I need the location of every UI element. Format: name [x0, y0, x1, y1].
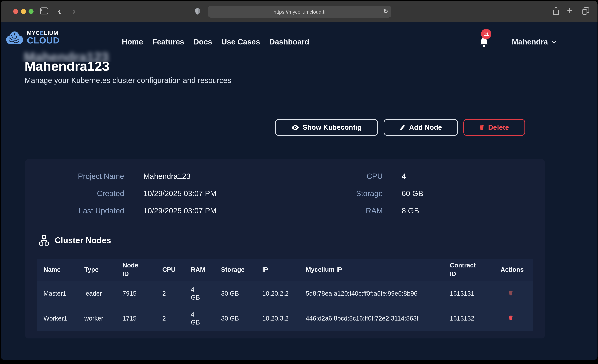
- refresh-icon[interactable]: ↻: [383, 8, 388, 15]
- nav-link-home[interactable]: Home: [122, 38, 143, 46]
- nav-link-dashboard[interactable]: Dashboard: [269, 38, 309, 46]
- col-ip: IP: [262, 259, 306, 281]
- forward-icon[interactable]: ›: [72, 5, 76, 17]
- nav-link-use-cases[interactable]: Use Cases: [221, 38, 260, 46]
- table-header-row: Name Type Node ID CPU RAM Storage IP Myc…: [37, 259, 533, 281]
- delete-cluster-button[interactable]: Delete: [463, 119, 525, 136]
- address-bar[interactable]: https://myceliumcloud.tf ↻: [208, 6, 391, 17]
- cell-node-id: 1715: [123, 306, 162, 331]
- cell-type: leader: [84, 281, 123, 306]
- share-icon[interactable]: [553, 7, 559, 15]
- cell-name: Master1: [37, 281, 84, 306]
- cell-ram: 4 GB: [191, 281, 221, 306]
- show-kubeconfig-button[interactable]: Show Kubeconfig: [275, 119, 378, 136]
- cluster-nodes-header: Cluster Nodes: [39, 235, 111, 246]
- page-subtitle: Manage your Kubernetes cluster configura…: [25, 76, 231, 85]
- detail-value: Mahendra123: [143, 171, 216, 181]
- col-type: Type: [84, 259, 123, 281]
- cell-mycelium-ip: 5d8:78ea:a120:f40c:ff0f:a5fe:99e6:8b96: [306, 281, 450, 306]
- back-icon[interactable]: ‹: [58, 5, 61, 17]
- logo[interactable]: MYCELIUM CLOUD: [5, 30, 60, 45]
- cell-name: Worker1: [37, 306, 84, 331]
- cluster-nodes-icon: [39, 235, 50, 246]
- detail-value: 10/29/2025 03:07 PM: [143, 206, 216, 216]
- cell-node-id: 7915: [123, 281, 162, 306]
- detail-label: CPU: [330, 171, 383, 181]
- user-name: Mahendra: [512, 38, 548, 46]
- detail-value: 4: [402, 171, 423, 181]
- detail-label: Storage: [330, 189, 383, 199]
- cluster-nodes-table: Name Type Node ID CPU RAM Storage IP Myc…: [37, 259, 533, 331]
- cell-storage: 30 GB: [221, 281, 262, 306]
- site-navbar: Mahendra123 MYCELIUM CLOUD: [1, 22, 597, 62]
- trash-icon: [480, 124, 484, 130]
- notification-badge: 11: [481, 29, 491, 39]
- table-row: Worker1 worker 1715 2 4 GB 30 GB 10.20.3…: [37, 306, 533, 331]
- cell-storage: 30 GB: [221, 306, 262, 331]
- add-node-button[interactable]: Add Node: [384, 119, 458, 136]
- mycelium-cloud-logo-icon: [5, 30, 24, 45]
- trash-icon: [508, 290, 513, 296]
- detail-label: Project Name: [41, 171, 124, 181]
- chevron-down-icon: [551, 40, 556, 44]
- cell-mycelium-ip: 446:d2a6:8bcd:8c16:ff0f:72e2:3114:863f: [306, 306, 450, 331]
- privacy-shield-icon[interactable]: [195, 8, 200, 15]
- details-left: Project Name Mahendra123 Created 10/29/2…: [41, 171, 216, 216]
- cell-ip: 10.20.3.2: [262, 306, 306, 331]
- col-name: Name: [37, 259, 84, 281]
- pencil-icon: [399, 124, 406, 131]
- notifications-button[interactable]: 11: [479, 37, 490, 50]
- cell-cpu: 2: [162, 281, 191, 306]
- browser-toolbar: ‹ › https://myceliumcloud.tf ↻ +: [1, 1, 597, 23]
- delete-node-button[interactable]: [508, 290, 513, 296]
- cluster-details-card: Project Name Mahendra123 Created 10/29/2…: [25, 159, 545, 339]
- user-menu[interactable]: Mahendra: [512, 22, 556, 62]
- close-window-button[interactable]: [13, 9, 18, 14]
- col-node-id: Node ID: [123, 259, 162, 281]
- detail-value: 10/29/2025 03:07 PM: [143, 189, 216, 199]
- detail-label: Created: [41, 189, 124, 199]
- blurred-title-ghost: Mahendra123: [24, 50, 109, 62]
- browser-window: ‹ › https://myceliumcloud.tf ↻ + Mahendr…: [1, 1, 597, 360]
- detail-label: RAM: [330, 206, 383, 216]
- delete-label: Delete: [488, 124, 509, 131]
- cell-type: worker: [84, 306, 123, 331]
- detail-label: Last Updated: [41, 206, 124, 216]
- detail-value: 60 GB: [402, 189, 423, 199]
- table-row: Master1 leader 7915 2 4 GB 30 GB 10.20.2…: [37, 281, 533, 306]
- col-contract-id: Contract ID: [450, 259, 501, 281]
- traffic-lights: [13, 9, 33, 14]
- screen: ‹ › https://myceliumcloud.tf ↻ + Mahendr…: [0, 0, 598, 364]
- cell-cpu: 2: [162, 306, 191, 331]
- show-kubeconfig-label: Show Kubeconfig: [303, 124, 362, 131]
- sidebar-toggle-icon[interactable]: [40, 7, 49, 15]
- col-storage: Storage: [221, 259, 262, 281]
- cluster-nodes-title: Cluster Nodes: [55, 236, 111, 245]
- trash-icon: [508, 315, 513, 321]
- zoom-window-button[interactable]: [29, 9, 33, 14]
- cell-actions: [501, 281, 533, 306]
- cell-ip: 10.20.2.2: [262, 281, 306, 306]
- logo-text: MYCELIUM CLOUD: [27, 30, 60, 45]
- col-mycelium-ip: Mycelium IP: [306, 259, 450, 281]
- cell-contract-id: 1613131: [450, 281, 501, 306]
- new-tab-icon[interactable]: +: [567, 5, 573, 16]
- tab-overview-icon[interactable]: [581, 7, 590, 15]
- minimize-window-button[interactable]: [21, 9, 26, 14]
- nav-links: Home Features Docs Use Cases Dashboard: [122, 22, 309, 62]
- nav-link-docs[interactable]: Docs: [193, 38, 212, 46]
- col-cpu: CPU: [162, 259, 191, 281]
- details-right: CPU 4 Storage 60 GB RAM 8 GB: [330, 171, 423, 216]
- eye-icon: [291, 124, 299, 130]
- detail-value: 8 GB: [402, 206, 423, 216]
- cell-actions: [501, 306, 533, 331]
- col-actions: Actions: [501, 259, 533, 281]
- url-text: https://myceliumcloud.tf: [274, 9, 325, 14]
- nav-link-features[interactable]: Features: [152, 38, 184, 46]
- cell-ram: 4 GB: [191, 306, 221, 331]
- page-content: Mahendra123 Manage your Kubernetes clust…: [1, 22, 597, 360]
- col-ram: RAM: [191, 259, 221, 281]
- delete-node-button[interactable]: [508, 315, 513, 321]
- add-node-label: Add Node: [409, 124, 442, 131]
- cell-contract-id: 1613132: [450, 306, 501, 331]
